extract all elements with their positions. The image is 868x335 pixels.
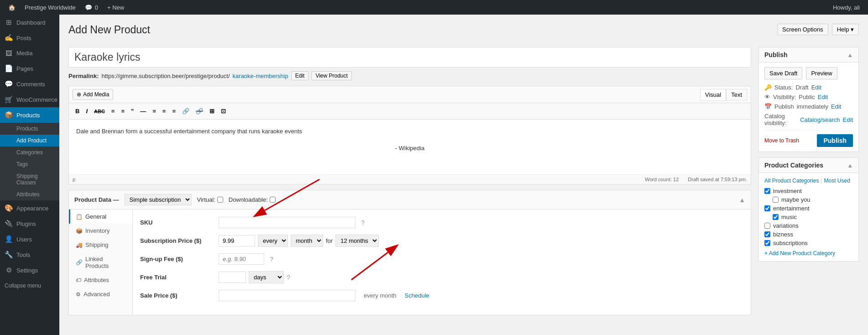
cat-item-maybe-you: maybe you (773, 196, 853, 203)
hr-btn[interactable]: — (137, 106, 149, 116)
status-edit-link[interactable]: Edit (811, 84, 821, 91)
period-select[interactable]: day month week year (291, 235, 323, 247)
tab-linked-products[interactable]: 🔗 Linked Products (69, 252, 132, 273)
help-btn[interactable]: Help ▾ (832, 24, 859, 35)
screen-options-btn[interactable]: Screen Options (777, 24, 828, 35)
sidebar-item-appearance[interactable]: 🎨 Appearance (0, 200, 59, 216)
tab-advanced[interactable]: ⚙ Advanced (69, 287, 132, 301)
add-media-btn[interactable]: ⊕ Add Media (73, 89, 113, 100)
italic-btn[interactable]: I (83, 106, 90, 116)
sidebar-item-woocommerce[interactable]: 🛒 WooCommerce (0, 92, 59, 107)
sidebar-item-dashboard[interactable]: ⊞ Dashboard (0, 15, 59, 30)
sale-price-input[interactable] (219, 290, 356, 301)
downloadable-checkbox[interactable] (270, 197, 276, 203)
move-to-trash-link[interactable]: Move to Trash (764, 137, 799, 144)
permalink-slug[interactable]: karaoke-membership (233, 73, 288, 79)
cat-checkbox-maybe-you[interactable] (773, 197, 779, 203)
insert-link-btn[interactable]: 🔗 (179, 106, 192, 116)
full-screen-btn[interactable]: ⊡ (218, 106, 229, 116)
adminbar-site-name[interactable]: Prestige Worldwide (20, 0, 80, 15)
all-categories-tab[interactable]: All Product Categories (764, 178, 819, 184)
align-right-btn[interactable]: ≡ (169, 106, 178, 116)
submenu-products[interactable]: Products (0, 123, 59, 135)
signup-fee-input[interactable] (219, 253, 264, 265)
publish-edit-link[interactable]: Edit (831, 103, 841, 110)
adminbar-wp-logo[interactable]: 🏠 (4, 0, 20, 15)
product-data-collapse-btn[interactable]: ▲ (739, 196, 745, 204)
free-trial-hint-icon[interactable]: ? (287, 274, 290, 281)
sku-hint-icon[interactable]: ? (361, 219, 365, 226)
status-icon: 🔑 (764, 84, 772, 91)
duration-select[interactable]: 1 month 6 months 12 months 24 months (335, 235, 379, 247)
virtual-checkbox[interactable] (217, 197, 223, 203)
remove-link-btn[interactable]: 🔗 (193, 106, 206, 116)
blockquote-btn[interactable]: " (128, 106, 136, 116)
submenu-add-product[interactable]: Add Product (0, 135, 59, 147)
text-tab[interactable]: Text (726, 89, 747, 100)
free-trial-label: Free Trial (140, 274, 213, 281)
sidebar-item-posts[interactable]: ✍ Posts (0, 30, 59, 46)
sub-price-input[interactable] (219, 235, 255, 246)
align-center-btn[interactable]: ≡ (160, 106, 169, 116)
editor-content[interactable]: Dale and Brennan form a successful enter… (69, 120, 751, 174)
sidebar-item-products[interactable]: 📦 Products (0, 107, 59, 123)
tab-inventory[interactable]: 📦 Inventory (69, 224, 132, 238)
submenu-shipping-classes[interactable]: Shipping Classes (0, 170, 59, 188)
unordered-list-btn[interactable]: ≡ (109, 106, 118, 116)
sale-price-row: Sale Price ($) every month Schedule (140, 290, 743, 301)
most-used-tab[interactable]: Most Used (824, 178, 850, 184)
publish-btn[interactable]: Publish (817, 134, 853, 147)
tab-shipping[interactable]: 🚚 Shipping (69, 238, 132, 252)
add-category-link[interactable]: + Add New Product Category (764, 250, 853, 256)
ordered-list-btn[interactable]: ≡ (118, 106, 127, 116)
adminbar-comments[interactable]: 💬 0 (80, 0, 103, 15)
cat-checkbox-investment[interactable] (764, 188, 770, 194)
save-draft-btn[interactable]: Save Draft (764, 67, 802, 79)
free-trial-input[interactable] (219, 272, 246, 283)
tab-general[interactable]: 📋 General (69, 209, 132, 224)
cat-checkbox-variations[interactable] (764, 223, 770, 229)
sidebar-item-tools[interactable]: 🔧 Tools (0, 247, 59, 262)
schedule-link[interactable]: Schedule (405, 292, 429, 299)
draft-saved: Draft saved at 7:59:13 pm. (688, 177, 747, 182)
view-product-btn[interactable]: View Product (311, 71, 351, 80)
cat-checkbox-subscriptions[interactable] (764, 240, 770, 246)
cat-item-music: music (773, 214, 853, 220)
publish-time-row: 📅 Publish immediately Edit (764, 103, 853, 110)
sidebar-item-media[interactable]: 🖼 Media (0, 46, 59, 61)
signup-fee-hint-icon[interactable]: ? (270, 256, 273, 263)
sidebar-item-settings[interactable]: ⚙ Settings (0, 262, 59, 278)
permalink-edit-btn[interactable]: Edit (291, 71, 309, 80)
tab-attributes[interactable]: 🏷 Attributes (69, 273, 132, 287)
cat-checkbox-bizness[interactable] (764, 231, 770, 237)
publish-collapse-btn[interactable]: ▲ (847, 52, 853, 58)
categories-collapse-btn[interactable]: ▲ (847, 162, 853, 169)
every-select[interactable]: every 1 2 3 (258, 235, 288, 247)
product-type-select[interactable]: Simple subscription Simple product Group… (125, 194, 192, 205)
align-left-btn[interactable]: ≡ (150, 106, 159, 116)
cat-checkbox-music[interactable] (773, 214, 779, 220)
sku-input[interactable] (219, 217, 356, 228)
sidebar-item-users[interactable]: 👤 Users (0, 231, 59, 247)
insert-table-btn[interactable]: ⊞ (207, 106, 217, 116)
post-title-input[interactable] (68, 47, 751, 68)
submenu-attributes[interactable]: Attributes (0, 188, 59, 200)
cat-checkbox-entertainment[interactable] (764, 205, 770, 211)
products-icon: 📦 (5, 111, 13, 119)
visibility-edit-link[interactable]: Edit (818, 94, 828, 100)
preview-btn[interactable]: Preview (806, 67, 837, 79)
catalog-edit-link[interactable]: Edit (843, 116, 853, 123)
sidebar-item-pages[interactable]: 📄 Pages (0, 61, 59, 76)
submenu-categories[interactable]: Categories (0, 147, 59, 158)
publish-footer: Move to Trash Publish (764, 130, 853, 147)
sidebar-item-comments[interactable]: 💬 Comments (0, 76, 59, 92)
strikethrough-btn[interactable]: ABC (91, 107, 108, 116)
catalog-label: Catalog visibility: (764, 113, 797, 126)
trial-unit-select[interactable]: days weeks months (249, 271, 284, 283)
visual-tab[interactable]: Visual (700, 89, 726, 101)
adminbar-new[interactable]: + New (103, 0, 129, 15)
bold-btn[interactable]: B (73, 106, 82, 116)
collapse-menu-btn[interactable]: Collapse menu (0, 278, 59, 293)
submenu-tags[interactable]: Tags (0, 158, 59, 170)
sidebar-item-plugins[interactable]: 🔌 Plugins (0, 216, 59, 231)
